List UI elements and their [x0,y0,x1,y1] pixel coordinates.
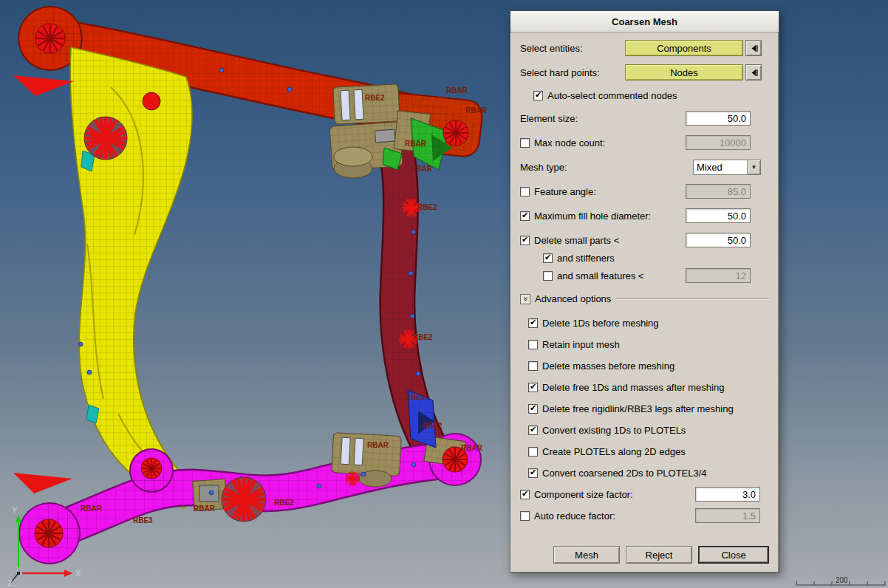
and-small-features-field: 12 [686,268,751,283]
dialog-title[interactable]: Coarsen Mesh [510,11,779,33]
mesh-button[interactable]: Mesh [553,546,620,564]
max-fill-hole-field[interactable]: 50.0 [686,208,751,223]
mesh-type-label: Mesh type: [520,162,567,173]
feature-angle-checkbox[interactable] [520,187,530,196]
x-axis-label: X [75,569,81,578]
delete-free-1ds-label: Delete free 1Ds and masses after meshing [542,382,724,393]
select-entities-row: Select entities: Components [520,40,769,56]
mesh-label: RBE3 [406,393,426,401]
separator-line [616,298,769,300]
auto-reduce-factor-label: Auto reduce factor: [534,510,615,522]
advanced-check-row: Delete free 1Ds and masses after meshing [528,379,769,395]
dialog-body: Select entities: Components Select hard … [510,33,779,572]
auto-reduce-factor-row: Auto reduce factor: 1.5 [520,507,769,524]
advanced-check-row: Create PLOTELs along 2D edges [528,443,769,459]
delete-1ds-checkbox[interactable] [528,318,538,328]
convert-1ds-plotels-label: Convert existing 1Ds to PLOTELs [542,425,686,436]
close-button[interactable]: Close [698,546,769,564]
delete-small-parts-field[interactable]: 50.0 [686,233,751,247]
mesh-label: RBE2 [365,94,385,102]
component-size-factor-row: Component size factor: 3.0 [520,486,769,502]
max-node-count-checkbox[interactable] [520,138,530,148]
mesh-label: RBAR [405,140,427,148]
retain-input-mesh-label: Retain input mesh [542,339,620,350]
delete-small-parts-label: Delete small parts < [534,235,619,246]
element-size-field[interactable]: 50.0 [686,111,751,126]
delete-free-rigidlink-checkbox[interactable] [528,404,538,414]
dropdown-arrow-icon[interactable]: ▼ [747,160,760,174]
select-hard-points-extended-button[interactable] [745,64,762,81]
delete-masses-label: Delete masses before meshing [542,360,674,372]
select-entities-switch[interactable]: Components [625,40,743,56]
mesh-label: RBAR [465,106,488,114]
z-axis-label: Z [7,578,13,587]
scale-value: 200 [836,576,848,584]
advanced-check-row: Delete free rigidlink/RBE3 legs after me… [528,400,769,417]
select-hard-points-label: Select hard points: [520,67,600,78]
mesh-type-dropdown[interactable]: Mixed ▼ [693,160,761,175]
convert-coarsened-2ds-checkbox[interactable] [528,468,538,478]
collapse-chevrons-icon: » [522,296,530,301]
mesh-type-value: Mixed [694,160,747,174]
and-small-features-label: and small features < [557,270,643,281]
auto-select-row: Auto-select commented nodes [533,89,769,102]
delete-small-parts-checkbox[interactable] [520,236,530,245]
advanced-check-row: Delete masses before meshing [528,358,769,374]
select-hard-points-row: Select hard points: Nodes [520,64,769,81]
delete-free-1ds-checkbox[interactable] [528,383,538,392]
advanced-options-row: » Advanced options [520,293,769,304]
delete-masses-checkbox[interactable] [528,361,538,371]
feature-angle-label: Feature angle: [534,186,596,197]
advanced-check-row: Delete 1Ds before meshing [528,315,769,331]
select-entities-extended-button[interactable] [745,40,762,56]
auto-select-checkbox[interactable] [533,91,543,100]
max-node-count-field: 10000 [686,135,751,150]
element-size-label: Element size: [520,113,578,124]
mesh-type-row: Mesh type: Mixed ▼ [520,159,769,175]
mesh-label: RBAR [411,165,433,173]
and-stiffeners-row: and stiffeners [543,251,769,264]
mesh-label: RBE2 [417,203,437,211]
convert-1ds-plotels-checkbox[interactable] [528,425,538,435]
mesh-label: RBAR [367,441,389,449]
advanced-options-label: Advanced options [535,293,611,304]
select-hard-points-switch[interactable]: Nodes [625,64,743,81]
component-size-factor-label: Component size factor: [534,489,633,500]
create-plotels-edges-checkbox[interactable] [528,447,538,457]
dialog-buttons: Mesh Reject Close [520,546,769,567]
feature-angle-row: Feature angle: 85.0 [520,183,769,199]
max-fill-hole-label: Maximum fill hole diameter: [534,211,651,222]
component-left-arm[interactable] [70,47,201,508]
advanced-options-toggle[interactable]: » [520,294,530,304]
max-fill-hole-checkbox[interactable] [520,211,530,221]
delete-1ds-label: Delete 1Ds before meshing [542,318,659,329]
reject-button[interactable]: Reject [626,546,692,564]
mesh-label: RBAR [461,444,483,452]
load-flags [13,75,74,493]
retain-input-mesh-checkbox[interactable] [528,340,538,349]
mesh-label: RBE2 [413,333,433,341]
and-stiffeners-checkbox[interactable] [543,253,553,263]
mesh-label: RBAR [81,505,103,513]
advanced-check-row: Convert coarsened 2Ds to PLOTEL3/4 [528,465,769,481]
element-size-row: Element size: 50.0 [520,110,769,126]
and-small-features-checkbox[interactable] [543,271,553,281]
first-arrow-icon [750,69,758,77]
convert-coarsened-2ds-label: Convert coarsened 2Ds to PLOTEL3/4 [542,468,707,479]
mesh-label: RBAR [446,86,468,95]
max-fill-hole-row: Maximum fill hole diameter: 50.0 [520,208,769,224]
auto-reduce-factor-field: 1.5 [695,508,760,523]
delete-small-parts-row: Delete small parts < 50.0 [520,232,769,248]
component-size-factor-checkbox[interactable] [520,490,530,499]
max-node-count-label: Max node count: [534,137,605,148]
mesh-label: RBE3 [133,516,153,524]
auto-reduce-factor-checkbox[interactable] [520,511,530,521]
component-size-factor-field[interactable]: 3.0 [695,487,760,502]
first-arrow-icon [750,44,758,52]
max-node-count-row: Max node count: 10000 [520,134,769,151]
mesh-label: RBAR [194,505,216,513]
mesh-label: RBE2 [274,499,294,507]
select-entities-label: Select entities: [520,43,583,54]
coarsen-mesh-dialog: Coarsen Mesh Select entities: Components… [510,10,779,573]
auto-select-label: Auto-select commented nodes [547,90,677,101]
